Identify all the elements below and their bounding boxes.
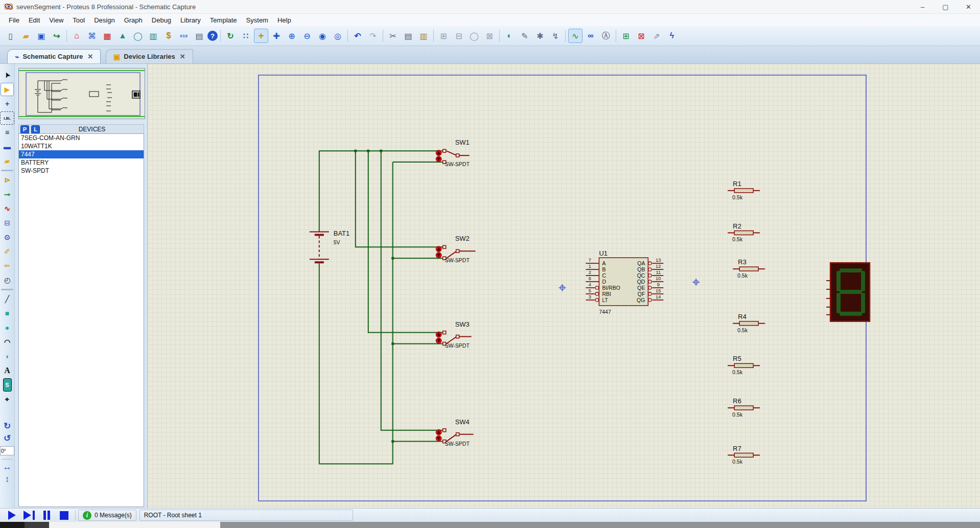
block-delete-icon[interactable]: ⊠ [482,29,497,43]
toolbar-separator[interactable] [499,30,500,42]
zoom-out-icon[interactable]: ⊖ [300,29,314,43]
selection-mode-icon[interactable]: ➤ [0,66,16,84]
wire-autorouter-icon[interactable]: ∿ [568,29,582,43]
stop-button[interactable] [55,509,73,521]
voltage-probe-mode-icon[interactable]: ✐ [1,245,14,258]
make-device-icon[interactable]: ✎ [518,29,532,43]
menu-item[interactable]: System [242,15,273,25]
pick-parts-icon[interactable]: ◐ [502,29,517,43]
property-assignment-icon[interactable]: Ⓐ [599,29,613,43]
block-rotate-icon[interactable]: ◯ [467,29,481,43]
new-root-sheet-icon[interactable]: ⊞ [619,29,633,43]
menu-item[interactable]: Library [176,15,205,25]
menu-item[interactable]: Help [273,15,296,25]
play-button[interactable] [3,509,20,521]
modebar-separator[interactable] [1,170,13,171]
2d-circle-mode-icon[interactable]: ● [1,321,14,334]
goto-sheet-icon[interactable]: ⇗ [649,29,664,43]
electrical-rule-check-icon[interactable]: ϟ [665,29,679,43]
switch-sw1[interactable]: SW1 SW-SPDT [436,139,470,167]
rotation-angle-input[interactable] [0,446,14,455]
resistor-r6[interactable]: R6 0.5k [728,397,760,418]
simulation-log-icon[interactable]: 010 [177,29,191,43]
tab-schematic-capture[interactable]: ⌁ Schematic Capture ✕ [7,49,101,63]
pan-center-icon[interactable]: ✚ [269,29,284,43]
subcircuit-mode-icon[interactable]: ▰ [1,154,14,168]
zoom-in-icon[interactable]: ⊕ [285,29,299,43]
cut-icon[interactable]: ✂ [386,29,400,43]
2d-line-mode-icon[interactable]: ╱ [1,292,14,306]
ic-u1-7447[interactable]: U1 7447 [586,249,663,314]
menu-item[interactable]: Template [205,15,242,25]
menu-item[interactable]: Graph [120,15,147,25]
toolbar-separator[interactable] [66,30,67,42]
bus-mode-icon[interactable]: ▬ [1,140,14,153]
remove-sheet-icon[interactable]: ⊠ [634,29,648,43]
graph-mode-icon[interactable]: ∿ [1,202,14,215]
gerber-viewer-icon[interactable]: ◯ [131,29,145,43]
maximize-button[interactable]: ▢ [934,0,957,13]
library-manager-button[interactable]: L [31,125,40,134]
paste-icon[interactable]: ▥ [416,29,431,43]
zoom-area-icon[interactable]: ◎ [331,29,345,43]
device-list-item[interactable]: 7SEG-COM-AN-GRN [19,134,144,142]
toolbar-separator[interactable] [433,30,434,42]
device-pin-mode-icon[interactable]: ⊸ [1,188,14,201]
switch-sw2[interactable]: SW2 SW-SPDT [436,235,475,263]
current-probe-mode-icon[interactable]: ✏ [1,259,14,272]
virtual-instruments-mode-icon[interactable]: ◴ [1,273,14,287]
device-list-item[interactable]: 10WATT1K [19,142,144,150]
design-notes-icon[interactable]: ▤ [192,29,206,43]
toolbar-separator[interactable] [220,30,221,42]
battery-bat1[interactable]: BAT1 5V [310,229,349,262]
switch-sw3[interactable]: SW3 SW-SPDT [436,320,471,349]
pause-button[interactable] [38,509,55,521]
home-page-icon[interactable]: ⌂ [69,29,84,43]
tape-recorder-mode-icon[interactable]: ⊟ [1,216,14,229]
packaging-tool-icon[interactable]: ✱ [533,29,547,43]
2d-symbol-mode-icon[interactable]: S [3,378,12,392]
3d-visualizer-icon[interactable]: ▲ [115,29,130,43]
bill-of-materials-icon[interactable]: $ [161,29,176,43]
modebar-separator[interactable] [1,289,13,290]
design-explorer-icon[interactable]: ▥ [146,29,160,43]
mirror-horizontal-icon[interactable]: ↔ [1,461,13,473]
rotate-clockwise-icon[interactable]: ↻ [1,420,13,432]
minimize-button[interactable]: – [911,0,934,13]
import-project-icon[interactable]: ↪ [50,29,64,43]
close-tab-icon[interactable]: ✕ [179,53,186,60]
wire-label-mode-icon[interactable]: LBL [0,111,14,125]
seven-segment-display[interactable] [826,263,870,321]
resistor-r5[interactable]: R5 0.5k [728,355,760,375]
wires[interactable] [319,151,443,464]
help-icon[interactable]: ? [207,31,218,41]
generator-mode-icon[interactable]: ⊙ [1,231,14,244]
menu-item[interactable]: View [44,15,68,25]
resistor-r1[interactable]: R1 0.5k [728,180,760,200]
text-script-mode-icon[interactable]: ≡ [1,126,14,139]
toggle-origin-icon[interactable]: + [254,29,268,43]
close-tab-icon[interactable]: ✕ [86,53,94,60]
device-list-item[interactable]: 7447 [19,150,144,158]
open-project-icon[interactable]: ▰ [19,29,33,43]
undo-icon[interactable]: ↶ [351,29,365,43]
pick-device-button[interactable]: P [20,125,29,134]
copy-icon[interactable]: ▤ [401,29,415,43]
2d-marker-mode-icon[interactable]: ⌖ [1,393,14,406]
resistor-r7[interactable]: R7 0.5k [728,445,760,465]
pcb-layout-icon[interactable]: ▦ [100,29,114,43]
new-project-icon[interactable]: ▯ [4,29,18,43]
tab-device-libraries[interactable]: ▣ Device Libraries ✕ [106,49,193,63]
redraw-display-icon[interactable]: ↻ [223,29,238,43]
terminal-mode-icon[interactable]: ⊳ [1,173,14,187]
decompose-icon[interactable]: ↯ [548,29,563,43]
resistor-r2[interactable]: R2 0.5k [728,222,760,243]
menu-item[interactable]: Tool [68,15,89,25]
resistor-r3[interactable]: R3 0.5k [733,258,765,279]
2d-arc-mode-icon[interactable]: ◠ [1,335,14,349]
menu-item[interactable]: Design [89,15,119,25]
2d-path-mode-icon[interactable]: ◗ [1,350,14,363]
device-list-item[interactable]: SW-SPDT [19,167,144,175]
schematic-capture-module-icon[interactable]: ⌘ [85,29,99,43]
toolbar-separator[interactable] [565,30,566,42]
